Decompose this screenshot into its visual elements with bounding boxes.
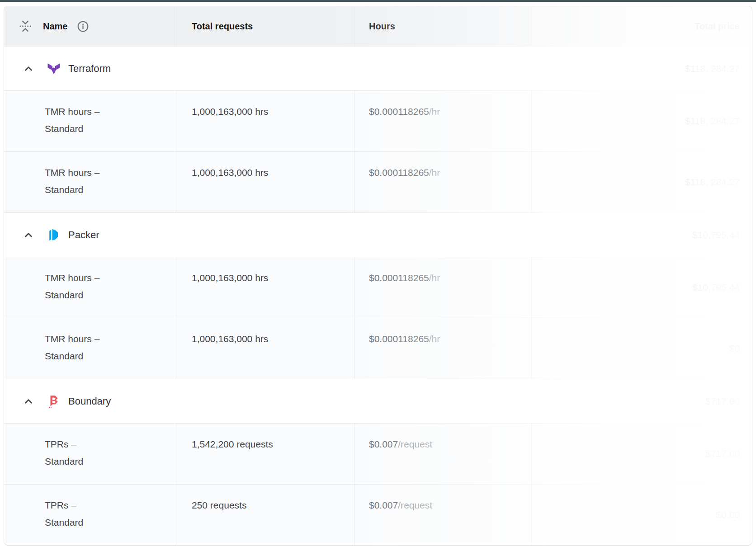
group-total-price: $118, 284.27 (685, 63, 752, 74)
group-total-price: $10,795.44 (692, 230, 752, 240)
hours-column-header: Hours (354, 6, 531, 46)
rate-value: $0.000118265 (369, 273, 429, 283)
collapse-group-button[interactable] (22, 395, 35, 408)
row-rate-cell: $0.007/request (354, 424, 531, 484)
row-total-requests-cell: 1,000,163,000 hrs (177, 318, 354, 379)
table-row: TMR hours – Standard 1,000,163,000 hrs $… (4, 318, 752, 379)
info-icon (77, 20, 89, 33)
rate-unit: /hr (429, 106, 440, 117)
group-total-price: $717.00 (705, 396, 752, 407)
row-total-price-cell: $118, 284.27 (531, 91, 752, 151)
row-name-cell: TPRs – Standard (4, 424, 177, 484)
row-total-requests-cell: 1,000,163,000 hrs (177, 152, 354, 212)
total-requests-column-header: Total requests (177, 6, 354, 46)
row-rate-cell: $0.000118265/hr (354, 318, 531, 379)
row-rate-cell: $0.000118265/hr (354, 152, 531, 212)
group-label: Boundary (68, 396, 111, 407)
group-label: Terraform (68, 63, 111, 75)
row-name-cell: TPRs – Standard (4, 485, 177, 545)
row-total-price-cell: $118, 284.27 (531, 152, 752, 212)
table-header-row: Name Total requests Hours Total price (4, 6, 752, 46)
collapse-group-button[interactable] (22, 62, 35, 75)
row-total-price-cell: $717.00 (531, 424, 752, 484)
rate-unit: /request (398, 439, 432, 449)
collapse-group-button[interactable] (22, 229, 35, 241)
billing-table: Name Total requests Hours Total price (4, 6, 752, 546)
packer-logo-icon (47, 228, 61, 242)
total-price-column-header: Total price (531, 6, 752, 46)
row-total-price-cell: $10,795.44 (531, 257, 752, 318)
chevron-up-icon (23, 229, 34, 241)
collapse-all-icon (19, 20, 32, 33)
group-row-boundary[interactable]: Boundary $717.00 (4, 379, 752, 423)
rate-value: $0.000118265 (369, 167, 429, 178)
table-row: TPRs – Standard 250 requests $0.007/requ… (4, 484, 752, 545)
row-total-price-cell: $0 (531, 318, 752, 379)
row-total-requests-cell: 1,000,163,000 hrs (177, 91, 354, 151)
table-row: TMR hours – Standard 1,000,163,000 hrs $… (4, 151, 752, 212)
row-total-price-cell: $0.00 (531, 485, 752, 545)
chevron-up-icon (23, 63, 34, 75)
group-label: Packer (68, 229, 99, 241)
rate-value: $0.000118265 (369, 106, 429, 117)
rate-value: $0.007 (369, 439, 398, 449)
boundary-logo-icon (47, 395, 61, 408)
row-name-cell: TMR hours – Standard (4, 257, 177, 318)
rate-unit: /hr (429, 273, 440, 283)
chevron-up-icon (23, 396, 34, 407)
name-info-button[interactable] (76, 20, 89, 33)
rate-unit: /hr (429, 167, 440, 178)
row-name-cell: TMR hours – Standard (4, 152, 177, 212)
row-total-requests-cell: 1,000,163,000 hrs (177, 257, 354, 318)
row-name-cell: TMR hours – Standard (4, 318, 177, 379)
group-row-packer[interactable]: Packer $10,795.44 (4, 212, 752, 257)
group-row-terraform[interactable]: Terraform $118, 284.27 (4, 46, 752, 90)
name-column-header: Name (4, 6, 177, 46)
table-row: TMR hours – Standard 1,000,163,000 hrs $… (4, 257, 752, 318)
row-rate-cell: $0.000118265/hr (354, 257, 531, 318)
table-row: TMR hours – Standard 1,000,163,000 hrs $… (4, 90, 752, 151)
row-total-requests-cell: 1,542,200 requests (177, 424, 354, 484)
rate-value: $0.000118265 (369, 334, 429, 344)
collapse-all-button[interactable] (19, 19, 32, 33)
name-column-label: Name (43, 21, 67, 32)
rate-unit: /hr (429, 334, 440, 344)
row-name-cell: TMR hours – Standard (4, 91, 177, 151)
row-rate-cell: $0.007/request (354, 485, 531, 545)
table-row: TPRs – Standard 1,542,200 requests $0.00… (4, 423, 752, 484)
row-rate-cell: $0.000118265/hr (354, 91, 531, 151)
rate-unit: /request (398, 500, 432, 510)
top-border (0, 0, 756, 2)
row-total-requests-cell: 250 requests (177, 485, 354, 545)
rate-value: $0.007 (369, 500, 398, 510)
terraform-logo-icon (47, 62, 61, 75)
